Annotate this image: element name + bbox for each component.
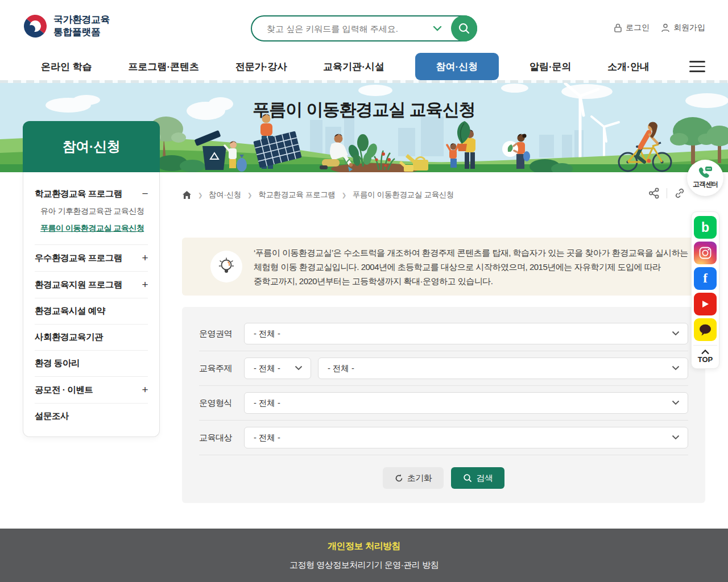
phone-icon [698,167,713,179]
main-nav: 온라인 학습 프로그램·콘텐츠 전문가·강사 교육기관·시설 참여·신청 알림·… [0,53,728,80]
reset-icon [395,474,403,483]
search-input[interactable] [252,24,433,34]
home-icon[interactable] [182,190,192,199]
breadcrumb-item[interactable]: 푸름이 이동환경교실 교육신청 [353,190,454,200]
sidebar-item-support-programs[interactable]: 환경교육지원 프로그램 + [35,277,148,293]
government-emblem-icon [23,14,48,39]
signup-label: 회원가입 [673,23,705,33]
chevron-right-icon: ❯ [247,192,252,198]
nav-online-learning[interactable]: 온라인 학습 [35,53,98,80]
region-select[interactable]: - 전체 - [244,323,688,344]
topic-select[interactable]: - 전체 - [318,357,688,379]
nav-program-contents[interactable]: 프로그램·콘텐츠 [122,53,205,80]
lock-icon [614,23,622,32]
chevron-down-icon [672,400,680,405]
topic-category-select[interactable]: - 전체 - [244,357,311,379]
breadcrumb: ❯ 참여·신청 ❯ 학교환경교육 프로그램 ❯ 푸름이 이동환경교실 교육신청 [182,190,454,200]
nav-expert-lecturer[interactable]: 전문가·강사 [230,53,293,80]
expand-icon[interactable]: + [142,278,148,291]
chevron-up-icon [701,350,710,355]
signup-link[interactable]: 회원가입 [661,23,705,33]
cctv-policy-link[interactable]: 고정형 영상정보처리기기 운영·관리 방침 [289,560,439,571]
expand-icon[interactable]: + [142,384,148,396]
search-bar [251,15,477,41]
collapse-icon[interactable]: − [142,188,148,200]
program-description: ‘푸름이 이동환경교실’은 수소트럭을 개조하여 환경주제 콘텐츠를 탑재, 학… [254,246,688,288]
lightbulb-icon [210,251,242,282]
sidebar-menu: 학교환경교육 프로그램 − 유아 기후환경교육관 교육신청 푸름이 이동환경교실… [23,172,160,437]
privacy-policy-link[interactable]: 개인정보 처리방침 [328,541,400,552]
filter-search-button[interactable]: 검색 [451,467,504,489]
hero-top-border [0,80,728,83]
chevron-right-icon: ❯ [342,192,346,198]
format-select[interactable]: - 전체 - [244,392,688,414]
expand-icon[interactable]: + [142,252,148,264]
social-links-panel: b f TOP [691,211,719,369]
site-logo[interactable]: 국가환경교육 통합플랫폼 [23,14,110,39]
nav-institution-facility[interactable]: 교육기관·시설 [317,53,390,80]
naver-blog-icon[interactable]: b [694,216,717,239]
sidebar-item-survey[interactable]: 설문조사 [35,409,148,424]
sidebar-item-social-institutions[interactable]: 사회환경교육기관 [35,330,148,345]
kakaotalk-icon[interactable] [694,318,717,341]
search-icon [458,22,470,35]
search-category-chevron-icon[interactable] [433,26,442,31]
site-title: 국가환경교육 통합플랫폼 [53,14,110,39]
filter-label-region: 운영권역 [199,329,244,339]
breadcrumb-item[interactable]: 참여·신청 [209,190,241,200]
sidebar-item-contest-event[interactable]: 공모전 · 이벤트 + [35,382,148,398]
reset-button[interactable]: 초기화 [383,467,444,489]
breadcrumb-item[interactable]: 학교환경교육 프로그램 [258,190,335,200]
page-title: 푸름이 이동환경교실 교육신청 [0,98,728,122]
sidebar-item-environment-club[interactable]: 환경 동아리 [35,356,148,371]
login-label: 로그인 [626,23,650,33]
filter-label-audience: 교육대상 [199,433,244,443]
search-icon [463,473,472,483]
sidebar-subitem-infant-climate[interactable]: 유아 기후환경교육관 교육신청 [40,203,148,220]
customer-center-button[interactable]: 고객센터 [687,160,723,196]
share-icon[interactable] [642,188,667,199]
menu-hamburger-icon[interactable] [689,61,705,72]
copy-link-icon[interactable] [667,188,692,199]
search-button[interactable] [451,15,477,41]
header: 국가환경교육 통합플랫폼 로그인 회원가입 [0,0,728,53]
filter-label-format: 운영형식 [199,398,244,409]
nav-participation-application[interactable]: 참여·신청 [415,53,499,80]
sidebar-title: 참여·신청 [23,121,160,172]
chevron-down-icon [295,365,303,371]
chevron-down-icon [672,435,680,440]
footer: 개인정보 처리방침 고정형 영상정보처리기기 운영·관리 방침 [0,529,728,582]
sidebar-subitem-pureumi-mobile[interactable]: 푸름이 이동환경교실 교육신청 [40,220,148,237]
chevron-down-icon [672,365,680,371]
facebook-icon[interactable]: f [694,267,717,290]
login-link[interactable]: 로그인 [614,23,650,33]
nav-notice-inquiry[interactable]: 알림·문의 [524,53,577,80]
sidebar-item-facility-reservation[interactable]: 환경교육시설 예약 [35,304,148,319]
filter-label-topic: 교육주제 [199,363,244,374]
search-filter-panel: 운영권역 - 전체 - 교육주제 - 전체 - - 전체 - 운영형식 - 전체… [182,307,705,503]
scroll-to-top-button[interactable]: TOP [693,345,717,365]
chevron-down-icon [672,331,680,336]
audience-select[interactable]: - 전체 - [244,427,688,448]
sidebar-item-excellent-programs[interactable]: 우수환경교육 프로그램 + [35,250,148,266]
chevron-right-icon: ❯ [198,192,202,198]
instagram-icon[interactable] [694,242,717,264]
program-description-box: ‘푸름이 이동환경교실’은 수소트럭을 개조하여 환경주제 콘텐츠를 탑재, 학… [182,238,705,296]
sidebar-item-school-programs[interactable]: 학교환경교육 프로그램 − [35,186,148,202]
youtube-icon[interactable] [694,293,717,315]
person-icon [661,23,670,32]
nav-about[interactable]: 소개·안내 [602,53,655,80]
